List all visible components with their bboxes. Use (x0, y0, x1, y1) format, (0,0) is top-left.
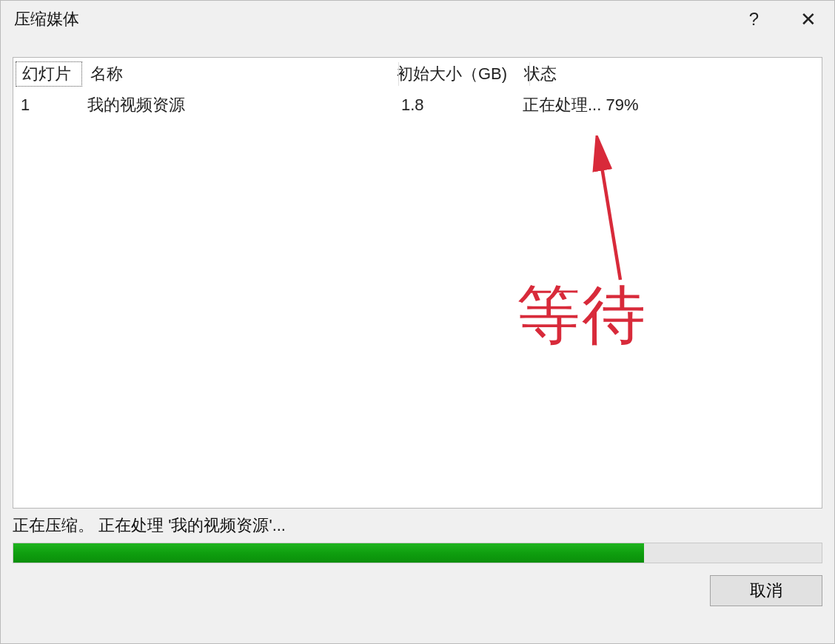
cell-name: 我的视频资源 (80, 94, 394, 116)
annotation-arrow-icon (576, 135, 635, 284)
compress-media-dialog: 压缩媒体 ? ✕ 幻灯片 名称 初始大小（GB) 状态 1 我的视频资源 1.8… (0, 0, 835, 644)
header-size[interactable]: 初始大小（GB) (394, 63, 521, 85)
close-button[interactable]: ✕ (796, 8, 821, 30)
titlebar-controls: ? ✕ (745, 8, 824, 30)
column-divider (529, 62, 530, 86)
cell-size: 1.8 (394, 95, 521, 115)
titlebar: 压缩媒体 ? ✕ (1, 1, 834, 39)
help-button[interactable]: ? (745, 9, 763, 30)
svg-line-0 (598, 144, 620, 280)
dialog-title: 压缩媒体 (14, 8, 79, 30)
progress-bar (13, 543, 822, 563)
cell-slide: 1 (13, 95, 80, 115)
cancel-button[interactable]: 取消 (710, 575, 822, 606)
cell-status: 正在处理... 79% (521, 94, 822, 116)
button-row: 取消 (13, 575, 822, 606)
status-area: 正在压缩。 正在处理 '我的视频资源'... (13, 514, 822, 563)
media-list-frame: 幻灯片 名称 初始大小（GB) 状态 1 我的视频资源 1.8 正在处理... … (13, 57, 822, 509)
progress-fill (13, 543, 644, 563)
status-text: 正在压缩。 正在处理 '我的视频资源'... (13, 514, 822, 543)
header-status[interactable]: 状态 (521, 63, 822, 85)
table-row[interactable]: 1 我的视频资源 1.8 正在处理... 79% (13, 90, 822, 120)
annotation-label: 等待 (517, 272, 647, 359)
column-divider (398, 62, 399, 86)
table-header: 幻灯片 名称 初始大小（GB) 状态 (13, 58, 822, 90)
header-name[interactable]: 名称 (84, 63, 394, 85)
header-slide[interactable]: 幻灯片 (16, 61, 82, 87)
